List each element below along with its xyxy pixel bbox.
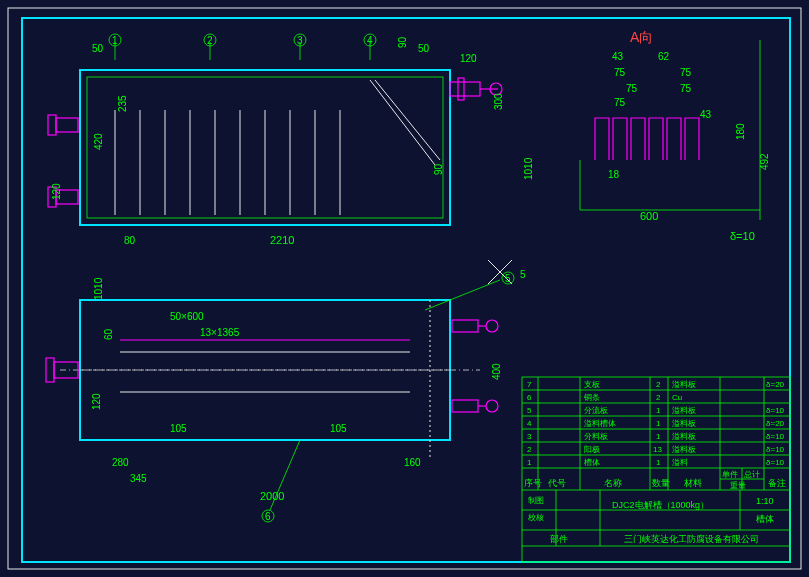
svg-text:1: 1 xyxy=(656,406,661,415)
svg-text:支板: 支板 xyxy=(584,380,600,389)
svg-text:3: 3 xyxy=(527,432,532,441)
company-name: 三门峡英达化工防腐设备有限公司 xyxy=(624,534,759,544)
svg-rect-19 xyxy=(48,115,56,135)
svg-text:阳极: 阳极 xyxy=(584,445,600,454)
svg-text:6: 6 xyxy=(527,393,532,402)
svg-text:3: 3 xyxy=(297,35,303,46)
title-block: 序号 代号 名称 数量 材料 单件 总计 重量 备注 7支板2溢料板δ=20 6… xyxy=(522,377,790,562)
svg-text:75: 75 xyxy=(680,83,692,94)
svg-text:13: 13 xyxy=(653,445,662,454)
dim-235: 235 xyxy=(117,95,128,112)
svg-point-62 xyxy=(486,400,498,412)
svg-text:分料板: 分料板 xyxy=(584,432,608,441)
svg-text:18: 18 xyxy=(608,169,620,180)
svg-text:校核: 校核 xyxy=(527,513,544,522)
dim-1010: 1010 xyxy=(523,157,534,180)
svg-rect-59 xyxy=(452,320,478,332)
svg-text:数量: 数量 xyxy=(652,478,670,488)
svg-text:1010: 1010 xyxy=(93,277,104,300)
svg-text:1:10: 1:10 xyxy=(756,496,774,506)
delta-note: δ=10 xyxy=(730,230,755,242)
dim-80: 80 xyxy=(124,235,136,246)
svg-text:重量: 重量 xyxy=(730,481,746,490)
svg-text:600: 600 xyxy=(640,210,658,222)
svg-line-80 xyxy=(425,280,500,310)
svg-text:槽体: 槽体 xyxy=(756,514,774,524)
svg-rect-14 xyxy=(450,82,480,96)
svg-text:δ=10: δ=10 xyxy=(766,458,785,467)
svg-text:75: 75 xyxy=(626,83,638,94)
svg-text:序号: 序号 xyxy=(524,478,542,488)
svg-text:分流板: 分流板 xyxy=(584,406,608,415)
svg-line-13 xyxy=(370,80,435,165)
product-name: DJC2电解槽（1000kg） xyxy=(612,500,709,510)
svg-text:1: 1 xyxy=(112,35,118,46)
svg-text:材料: 材料 xyxy=(683,478,702,488)
svg-text:δ=10: δ=10 xyxy=(766,432,785,441)
plan-view xyxy=(46,300,498,460)
svg-text:280: 280 xyxy=(112,457,129,468)
svg-text:5: 5 xyxy=(505,273,511,284)
svg-point-61 xyxy=(486,320,498,332)
svg-text:4: 4 xyxy=(527,419,532,428)
svg-text:120: 120 xyxy=(91,393,102,410)
dim-50a: 50 xyxy=(92,43,104,54)
svg-rect-18 xyxy=(56,118,78,132)
svg-text:62: 62 xyxy=(658,51,670,62)
svg-text:铜条: 铜条 xyxy=(583,393,600,402)
callout-bubbles: 1 2 3 4 xyxy=(109,34,376,46)
drawing-canvas: 50 50 90 120 235 420 300 90 120 80 2210 … xyxy=(0,0,809,577)
svg-text:溢料: 溢料 xyxy=(672,458,688,467)
svg-text:2: 2 xyxy=(656,393,661,402)
svg-text:备注: 备注 xyxy=(768,478,786,488)
svg-text:75: 75 xyxy=(614,67,626,78)
svg-text:43: 43 xyxy=(612,51,624,62)
svg-text:43: 43 xyxy=(700,109,712,120)
svg-text:溢料板: 溢料板 xyxy=(672,419,696,428)
dim-50b: 50 xyxy=(418,43,430,54)
svg-rect-67 xyxy=(46,358,54,382)
svg-text:δ=10: δ=10 xyxy=(766,445,785,454)
dim-90b: 90 xyxy=(433,163,444,175)
svg-text:1: 1 xyxy=(656,419,661,428)
svg-text:180: 180 xyxy=(735,123,746,140)
dim-120: 120 xyxy=(460,53,477,64)
svg-text:2: 2 xyxy=(527,445,532,454)
svg-text:1: 1 xyxy=(527,458,532,467)
svg-text:5: 5 xyxy=(520,269,526,280)
dim-120l: 120 xyxy=(51,183,62,200)
dim-300: 300 xyxy=(493,93,504,110)
svg-text:60: 60 xyxy=(103,328,114,340)
svg-text:105: 105 xyxy=(330,423,347,434)
svg-line-83 xyxy=(270,440,300,510)
svg-text:5: 5 xyxy=(527,406,532,415)
svg-text:溢料板: 溢料板 xyxy=(672,432,696,441)
svg-line-12 xyxy=(375,80,440,160)
svg-text:160: 160 xyxy=(404,457,421,468)
svg-rect-60 xyxy=(452,400,478,412)
svg-text:2: 2 xyxy=(207,35,213,46)
svg-text:部件: 部件 xyxy=(550,534,568,544)
elevation-view xyxy=(48,42,502,225)
svg-text:1: 1 xyxy=(656,432,661,441)
svg-text:δ=20: δ=20 xyxy=(766,380,785,389)
svg-text:105: 105 xyxy=(170,423,187,434)
svg-text:槽体: 槽体 xyxy=(584,458,600,467)
svg-text:代号: 代号 xyxy=(547,478,566,488)
svg-text:345: 345 xyxy=(130,473,147,484)
svg-text:50×600: 50×600 xyxy=(170,311,204,322)
svg-text:2: 2 xyxy=(656,380,661,389)
dim-2210: 2210 xyxy=(270,234,294,246)
bom-rows: 7支板2溢料板δ=20 6铜条2Cu 5分流板1溢料板δ=10 4溢料槽体1溢料… xyxy=(527,380,785,467)
svg-text:13×1365: 13×1365 xyxy=(200,327,240,338)
svg-text:溢料槽体: 溢料槽体 xyxy=(584,419,616,428)
detail-a: A向 xyxy=(580,29,760,220)
svg-text:492: 492 xyxy=(759,153,770,170)
svg-text:6: 6 xyxy=(265,511,271,522)
svg-text:单件: 单件 xyxy=(722,470,738,479)
svg-text:Cu: Cu xyxy=(672,393,682,402)
dim-90t: 90 xyxy=(397,36,408,48)
svg-text:δ=20: δ=20 xyxy=(766,419,785,428)
svg-text:A向: A向 xyxy=(630,29,653,45)
callout-5-6: 5 6 xyxy=(262,272,514,522)
